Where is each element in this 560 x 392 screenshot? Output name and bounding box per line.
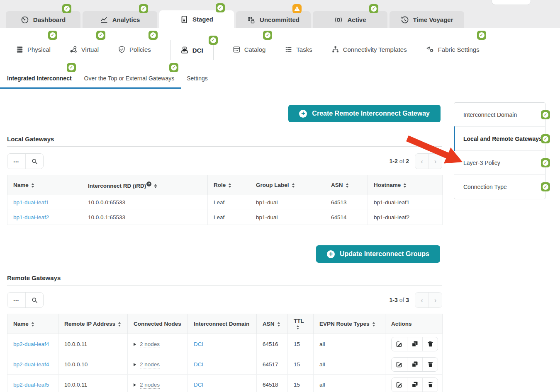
nav-item-catalog[interactable]: Catalog (233, 46, 266, 60)
update-interconnect-groups-button[interactable]: Update Interconnect Groups (316, 245, 440, 263)
hierarchy-icon (331, 46, 339, 53)
tab-analytics[interactable]: Analytics (83, 11, 157, 28)
more-options-button[interactable] (7, 154, 25, 169)
nav-item-dci[interactable]: DCI (170, 40, 214, 60)
warning-badge-icon (292, 4, 302, 13)
clone-button[interactable] (407, 337, 422, 351)
column-header-hostname[interactable]: Hostname (368, 175, 443, 195)
hostname-cell: bp1-dual-leaf1 (368, 195, 443, 210)
column-header-interconnect-domain: Interconnect Domain (188, 314, 257, 334)
local-gateways-table: Name Interconnect RD (iRD) Role Group La… (7, 175, 443, 225)
expand-nodes-toggle[interactable]: 2 nodes (134, 382, 160, 388)
prev-page-button[interactable] (415, 293, 429, 307)
ttl-cell: 15 (288, 375, 314, 392)
sidebar-item-local-and-remote-gateways[interactable]: Local and Remote Gateways (454, 127, 545, 151)
nav-item-physical[interactable]: Physical (16, 46, 51, 60)
column-header-role[interactable]: Role (208, 175, 250, 195)
ellipsis-icon (14, 158, 19, 165)
more-options-button[interactable] (7, 293, 25, 307)
column-header-evpn-route-types[interactable]: EVPN Route Types (314, 314, 385, 334)
sidebar-item-layer-3-policy[interactable]: Layer-3 Policy (454, 151, 545, 175)
sort-icon (118, 322, 121, 327)
column-header-name[interactable]: Name (7, 314, 58, 334)
local-gateways-title: Local Gateways (7, 136, 442, 147)
delete-button[interactable] (422, 337, 438, 351)
nav-item-fabric-settings[interactable]: Fabric Settings (426, 46, 480, 60)
delete-button[interactable] (422, 358, 438, 371)
search-button[interactable] (25, 154, 43, 169)
success-badge-icon (216, 3, 225, 12)
subtab-integrated-interconnect[interactable]: Integrated Interconnect (7, 75, 72, 82)
success-badge-icon (169, 63, 178, 72)
ttl-cell: 15 (288, 354, 314, 375)
tab-staged[interactable]: Staged (159, 10, 234, 28)
chevron-left-icon (421, 158, 423, 165)
nav-item-connectivity-templates[interactable]: Connectivity Templates (331, 46, 407, 60)
subtab-label: Integrated Interconnect (7, 75, 72, 82)
nav-item-virtual[interactable]: Virtual (70, 46, 99, 60)
gateway-name-link[interactable]: bp1-dual-leaf1 (13, 199, 49, 206)
interconnect-domain-link[interactable]: DCI (194, 341, 203, 347)
column-header-remote-ip[interactable]: Remote IP Address (58, 314, 128, 334)
table-header-row: Name Interconnect RD (iRD) Role Group La… (7, 175, 443, 195)
success-badge-icon (263, 31, 272, 40)
next-page-button[interactable] (429, 293, 442, 307)
edit-button[interactable] (392, 358, 407, 371)
nav-label: Policies (129, 46, 151, 53)
sidebar-item-label: Interconnect Domain (463, 111, 517, 118)
interconnect-domain-link[interactable]: DCI (194, 361, 203, 368)
gateway-name-link[interactable]: bp2-dual-leaf5 (13, 382, 49, 388)
success-badge-icon (541, 182, 550, 191)
expand-nodes-toggle[interactable]: 2 nodes (134, 361, 160, 368)
copy-icon (411, 341, 418, 347)
interconnect-domain-link[interactable]: DCI (194, 382, 203, 388)
document-icon (180, 15, 188, 24)
sidebar-item-interconnect-domain[interactable]: Interconnect Domain (454, 103, 545, 127)
tab-dashboard[interactable]: Dashboard (6, 11, 80, 28)
column-header-asn[interactable]: ASN (257, 314, 288, 334)
sidebar-item-connection-type[interactable]: Connection Type (454, 175, 545, 199)
task-list-icon (285, 46, 292, 53)
column-header-interconnect-rd[interactable]: Interconnect RD (iRD) (82, 175, 208, 195)
gateway-name-link[interactable]: bp2-dual-leaf4 (13, 361, 49, 368)
tab-time-voyager[interactable]: Time Voyager (390, 11, 464, 28)
clone-button[interactable] (407, 378, 422, 392)
table-row: bp2-dual-leaf4 10.0.0.11 2 nodes DCI 645… (7, 334, 443, 354)
edit-button[interactable] (392, 337, 407, 351)
gateway-name-link[interactable]: bp1-dual-leaf2 (13, 214, 49, 220)
next-page-button[interactable] (429, 154, 442, 169)
route-types-cell: all (314, 334, 385, 354)
trash-icon (427, 381, 433, 388)
nav-label: Tasks (296, 46, 312, 53)
search-button[interactable] (25, 293, 43, 307)
nav-item-tasks[interactable]: Tasks (285, 46, 312, 60)
column-header-name[interactable]: Name (7, 175, 82, 195)
expand-nodes-toggle[interactable]: 2 nodes (134, 341, 160, 347)
column-header-group-label[interactable]: Group Label (250, 175, 325, 195)
shield-icon (118, 46, 126, 53)
expand-triangle-icon (134, 343, 136, 346)
subtab-label: Settings (187, 75, 208, 82)
subtab-over-the-top-or-external-gateways[interactable]: Over the Top or External Gateways (84, 75, 175, 82)
subtab-settings[interactable]: Settings (187, 75, 208, 82)
group-label-cell: bp1-dual (250, 195, 325, 210)
remote-gateways-table: Name Remote IP Address Connected Nodes I… (7, 314, 443, 392)
delete-button[interactable] (422, 378, 438, 392)
column-header-asn[interactable]: ASN (325, 175, 368, 195)
subtab-label: Over the Top or External Gateways (84, 75, 175, 82)
success-badge-icon (96, 31, 105, 40)
create-remote-interconnect-gateway-button[interactable]: Create Remote Interconnect Gateway (288, 105, 441, 122)
help-icon[interactable] (146, 181, 151, 186)
column-header-ttl[interactable]: TTL (288, 314, 314, 334)
edit-button[interactable] (392, 378, 407, 392)
prev-page-button[interactable] (415, 154, 429, 169)
sort-icon (154, 184, 157, 189)
nav-item-policies[interactable]: Policies (118, 46, 151, 60)
copy-icon (411, 381, 418, 388)
history-icon (401, 16, 409, 24)
tab-active[interactable]: Active (313, 11, 387, 28)
gateway-name-link[interactable]: bp2-dual-leaf4 (13, 341, 49, 347)
clone-button[interactable] (407, 358, 422, 371)
success-badge-icon (541, 134, 550, 143)
tab-uncommitted[interactable]: Uncommitted (236, 11, 311, 28)
